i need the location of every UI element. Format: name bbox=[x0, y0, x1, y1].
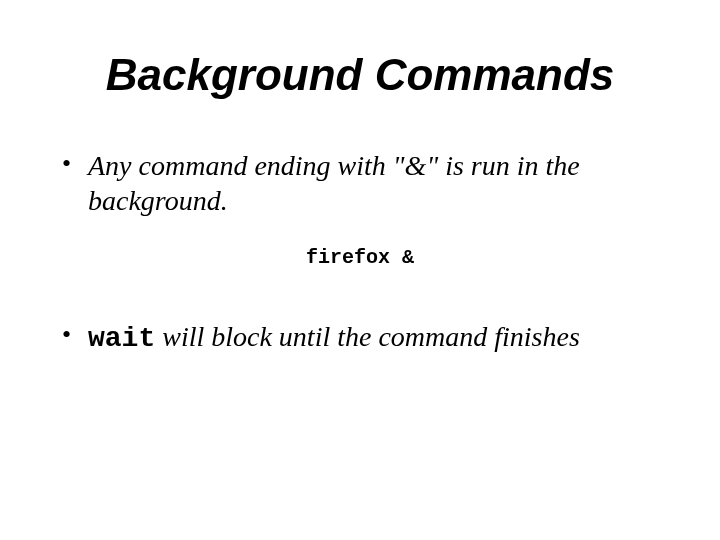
bullet-item-2-text: will block until the command finishes bbox=[155, 321, 580, 352]
bullet-list: Any command ending with "&" is run in th… bbox=[60, 148, 660, 218]
wait-command: wait bbox=[88, 323, 155, 354]
bullet-item-2: wait will block until the command finish… bbox=[88, 319, 660, 356]
slide: Background Commands Any command ending w… bbox=[0, 0, 720, 540]
bullet-list-2: wait will block until the command finish… bbox=[60, 319, 660, 356]
slide-title: Background Commands bbox=[60, 50, 660, 100]
code-example: firefox & bbox=[60, 246, 660, 269]
bullet-item-1: Any command ending with "&" is run in th… bbox=[88, 148, 660, 218]
